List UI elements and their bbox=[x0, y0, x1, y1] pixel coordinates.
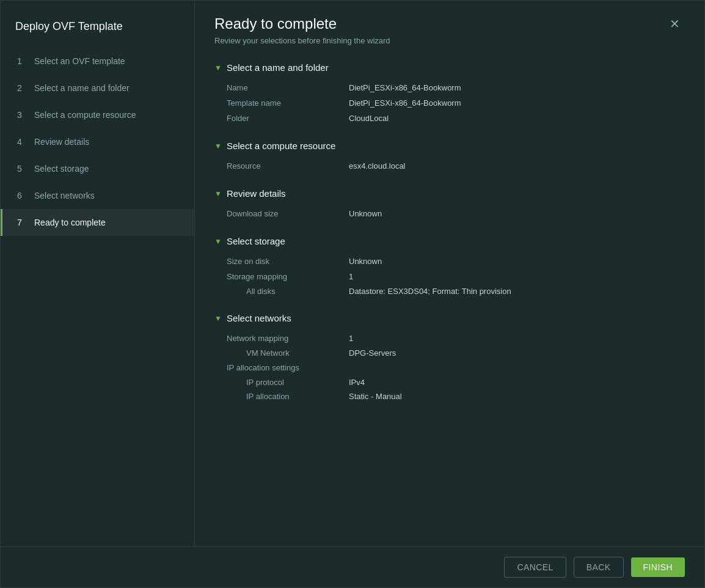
field-value: esx4.cloud.local bbox=[349, 161, 406, 171]
field-value: 1 bbox=[349, 334, 353, 343]
sidebar-item-1[interactable]: 1 Select an OVF template bbox=[1, 48, 194, 75]
sub-field-row: IP protocol IPv4 bbox=[227, 375, 685, 389]
main-content: Ready to complete Review your selections… bbox=[195, 1, 704, 546]
step-label: Ready to complete bbox=[34, 218, 106, 227]
field-label: Network mapping bbox=[227, 334, 349, 343]
field-label: Name bbox=[227, 83, 349, 92]
sections-container: ▼ Select a name and folder Name DietPi_E… bbox=[214, 62, 685, 403]
sub-field-label: IP allocation bbox=[246, 392, 349, 401]
back-button[interactable]: BACK bbox=[574, 557, 624, 578]
section-review-details: ▼ Review details Download size Unknown bbox=[214, 188, 685, 221]
step-number: 1 bbox=[17, 56, 27, 66]
section-name-folder: ▼ Select a name and folder Name DietPi_E… bbox=[214, 62, 685, 126]
sidebar-item-4[interactable]: 4 Review details bbox=[1, 128, 194, 155]
section-body-review-details: Download size Unknown bbox=[214, 206, 685, 221]
field-value: DietPi_ESXi-x86_64-Bookworm bbox=[349, 98, 461, 108]
field-label: Template name bbox=[227, 98, 349, 108]
step-label: Select a name and folder bbox=[34, 83, 130, 93]
field-value: Unknown bbox=[349, 257, 382, 266]
sidebar-item-5[interactable]: 5 Select storage bbox=[1, 155, 194, 182]
field-label: Folder bbox=[227, 114, 349, 123]
dialog: Deploy OVF Template 1 Select an OVF temp… bbox=[0, 0, 705, 588]
field-row: Storage mapping 1 bbox=[227, 269, 685, 284]
chevron-down-icon: ▼ bbox=[214, 189, 222, 198]
chevron-down-icon: ▼ bbox=[214, 142, 222, 150]
step-number: 7 bbox=[17, 218, 27, 227]
chevron-down-icon: ▼ bbox=[214, 237, 222, 246]
section-title: Select networks bbox=[227, 313, 291, 323]
field-row: Resource esx4.cloud.local bbox=[227, 158, 685, 174]
field-label: IP allocation settings bbox=[227, 363, 349, 372]
step-number: 4 bbox=[17, 137, 27, 147]
section-select-storage: ▼ Select storage Size on disk Unknown St… bbox=[214, 236, 685, 298]
step-label: Select networks bbox=[34, 191, 95, 200]
footer: CANCEL BACK FINISH bbox=[1, 546, 704, 587]
step-label: Select an OVF template bbox=[34, 56, 125, 66]
sub-field-value: Datastore: ESX3DS04; Format: Thin provis… bbox=[349, 287, 511, 296]
sidebar-nav: 1 Select an OVF template 2 Select a name… bbox=[1, 48, 194, 236]
sub-field-row: VM Network DPG-Servers bbox=[227, 346, 685, 360]
step-number: 6 bbox=[17, 191, 27, 200]
step-number: 2 bbox=[17, 83, 27, 93]
field-label: Storage mapping bbox=[227, 272, 349, 281]
section-body-compute-resource: Resource esx4.cloud.local bbox=[214, 158, 685, 174]
section-header-compute-resource[interactable]: ▼ Select a compute resource bbox=[214, 141, 685, 151]
field-value: DietPi_ESXi-x86_64-Bookworm bbox=[349, 83, 461, 92]
sub-field-value: Static - Manual bbox=[349, 392, 402, 401]
sidebar-item-6[interactable]: 6 Select networks bbox=[1, 182, 194, 209]
sidebar-item-3[interactable]: 3 Select a compute resource bbox=[1, 101, 194, 128]
finish-button[interactable]: FINISH bbox=[631, 557, 685, 577]
sub-field-label: VM Network bbox=[246, 348, 349, 358]
section-title: Select a name and folder bbox=[227, 62, 329, 73]
page-subtitle: Review your selections before finishing … bbox=[214, 36, 390, 45]
section-compute-resource: ▼ Select a compute resource Resource esx… bbox=[214, 141, 685, 174]
section-title: Review details bbox=[227, 188, 286, 199]
field-row: Size on disk Unknown bbox=[227, 254, 685, 269]
sidebar: Deploy OVF Template 1 Select an OVF temp… bbox=[1, 1, 195, 546]
section-body-select-storage: Size on disk Unknown Storage mapping 1 A… bbox=[214, 254, 685, 298]
section-header-review-details[interactable]: ▼ Review details bbox=[214, 188, 685, 199]
section-body-name-folder: Name DietPi_ESXi-x86_64-Bookworm Templat… bbox=[214, 80, 685, 126]
step-label: Review details bbox=[34, 137, 89, 147]
sub-field-label: All disks bbox=[246, 287, 349, 296]
field-value: Unknown bbox=[349, 209, 382, 218]
section-body-select-networks: Network mapping 1 VM Network DPG-Servers… bbox=[214, 331, 685, 403]
section-select-networks: ▼ Select networks Network mapping 1 VM N… bbox=[214, 313, 685, 403]
close-button[interactable]: ✕ bbox=[665, 15, 685, 32]
section-header-select-storage[interactable]: ▼ Select storage bbox=[214, 236, 685, 246]
header-left: Ready to complete Review your selections… bbox=[214, 15, 390, 45]
field-label: Size on disk bbox=[227, 257, 349, 266]
main-scroll-area: ▼ Select a name and folder Name DietPi_E… bbox=[195, 50, 704, 546]
cancel-button[interactable]: CANCEL bbox=[504, 557, 566, 578]
section-title: Select storage bbox=[227, 236, 285, 246]
section-header-name-folder[interactable]: ▼ Select a name and folder bbox=[214, 62, 685, 73]
sub-field-value: IPv4 bbox=[349, 378, 365, 387]
step-number: 3 bbox=[17, 110, 27, 120]
sub-field-row: IP allocation Static - Manual bbox=[227, 389, 685, 403]
step-label: Select a compute resource bbox=[34, 110, 136, 120]
field-row: Template name DietPi_ESXi-x86_64-Bookwor… bbox=[227, 95, 685, 111]
page-title: Ready to complete bbox=[214, 15, 390, 32]
sub-field-label: IP protocol bbox=[246, 378, 349, 387]
step-number: 5 bbox=[17, 164, 27, 174]
sidebar-item-2[interactable]: 2 Select a name and folder bbox=[1, 75, 194, 101]
field-row: Folder CloudLocal bbox=[227, 111, 685, 126]
sub-field-value: DPG-Servers bbox=[349, 348, 396, 358]
field-value: CloudLocal bbox=[349, 114, 389, 123]
sub-field-row: All disks Datastore: ESX3DS04; Format: T… bbox=[227, 284, 685, 298]
chevron-down-icon: ▼ bbox=[214, 314, 222, 323]
field-row: IP allocation settings bbox=[227, 360, 685, 375]
field-row: Name DietPi_ESXi-x86_64-Bookworm bbox=[227, 80, 685, 95]
section-title: Select a compute resource bbox=[227, 141, 335, 151]
field-row: Download size Unknown bbox=[227, 206, 685, 221]
field-value: 1 bbox=[349, 272, 353, 281]
step-label: Select storage bbox=[34, 164, 89, 174]
field-row: Network mapping 1 bbox=[227, 331, 685, 346]
sidebar-item-7[interactable]: 7 Ready to complete bbox=[1, 209, 194, 236]
field-label: Resource bbox=[227, 161, 349, 171]
field-label: Download size bbox=[227, 209, 349, 218]
chevron-down-icon: ▼ bbox=[214, 64, 222, 72]
main-header: Ready to complete Review your selections… bbox=[195, 1, 704, 50]
dialog-body: Deploy OVF Template 1 Select an OVF temp… bbox=[1, 1, 704, 546]
section-header-select-networks[interactable]: ▼ Select networks bbox=[214, 313, 685, 323]
